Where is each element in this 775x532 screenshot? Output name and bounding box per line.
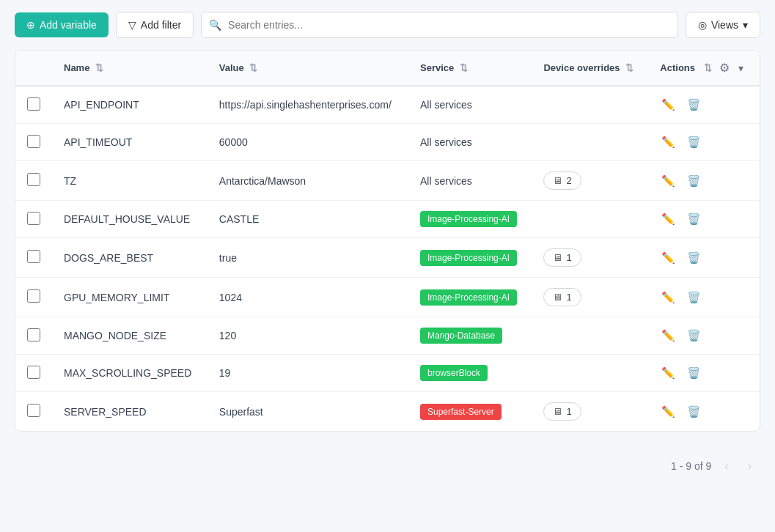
device-override-badge[interactable]: 🖥1 — [543, 288, 581, 306]
table-row: GPU_MEMORY_LIMIT1024Image-Processing-AI🖥… — [15, 278, 760, 317]
col-header-name[interactable]: Name ⇅ — [52, 51, 207, 86]
cell-actions: ✏️ 🗑️ — [648, 317, 760, 355]
cell-name: TZ — [52, 161, 207, 201]
delete-button[interactable]: 🗑️ — [686, 328, 702, 344]
row-checkbox[interactable] — [27, 289, 40, 303]
delete-button[interactable]: 🗑️ — [686, 134, 702, 150]
row-checkbox[interactable] — [27, 250, 40, 263]
cell-name: API_ENDPOINT — [52, 86, 207, 124]
cell-device-overrides: 🖥1 — [532, 278, 648, 317]
row-checkbox[interactable] — [27, 404, 40, 417]
table-header: Name ⇅ Value ⇅ Service ⇅ Device override… — [15, 51, 760, 86]
delete-button[interactable]: 🗑️ — [686, 404, 702, 420]
col-header-value[interactable]: Value ⇅ — [207, 51, 408, 86]
device-count: 1 — [566, 292, 571, 303]
search-icon: 🔍 — [209, 19, 221, 31]
table-body: API_ENDPOINThttps://api.singlehashenterp… — [15, 86, 760, 431]
device-override-badge[interactable]: 🖥1 — [543, 248, 581, 267]
cell-service: Mango-Database — [408, 317, 532, 355]
device-count: 2 — [566, 175, 571, 186]
search-input[interactable] — [201, 12, 678, 38]
add-filter-label: Add filter — [141, 19, 181, 31]
expand-button[interactable]: ▾ — [737, 61, 745, 75]
edit-button[interactable]: ✏️ — [660, 289, 677, 306]
delete-button[interactable]: 🗑️ — [686, 250, 702, 266]
table-row: DEFAULT_HOUSE_VALUECASTLEImage-Processin… — [15, 201, 760, 238]
cell-actions: ✏️ 🗑️ — [648, 238, 760, 278]
cell-service: browserBlock — [408, 355, 532, 392]
sort-icon-actions: ⇅ — [704, 62, 712, 73]
edit-button[interactable]: ✏️ — [660, 404, 677, 420]
pagination-prev-button[interactable]: ‹ — [719, 457, 734, 476]
edit-button[interactable]: ✏️ — [660, 328, 677, 344]
table-row: MAX_SCROLLING_SPEED19browserBlock ✏️ 🗑️ — [15, 355, 760, 392]
delete-button[interactable]: 🗑️ — [686, 211, 702, 227]
pagination-next-button[interactable]: › — [742, 457, 757, 476]
cell-device-overrides: 🖥1 — [532, 392, 648, 432]
col-header-actions[interactable]: Actions ⇅ ⚙ ▾ — [648, 51, 760, 86]
edit-button[interactable]: ✏️ — [660, 134, 677, 150]
sort-icon-device: ⇅ — [625, 62, 633, 73]
row-checkbox[interactable] — [27, 328, 40, 341]
device-icon: 🖥 — [553, 292, 562, 303]
table-row: SERVER_SPEEDSuperfastSuperfast-Server🖥1 … — [15, 392, 760, 432]
cell-actions: ✏️ 🗑️ — [648, 392, 760, 432]
add-filter-button[interactable]: ▽ Add filter — [116, 12, 194, 38]
cell-value: true — [207, 238, 408, 278]
cell-device-overrides — [532, 355, 648, 392]
add-variable-icon: ⊕ — [26, 19, 35, 31]
delete-button[interactable]: 🗑️ — [686, 173, 702, 189]
cell-value: CASTLE — [207, 201, 408, 238]
cell-name: GPU_MEMORY_LIMIT — [52, 278, 207, 317]
edit-button[interactable]: ✏️ — [660, 173, 677, 189]
cell-device-overrides — [532, 86, 648, 124]
cell-name: API_TIMEOUT — [52, 124, 207, 161]
cell-device-overrides — [532, 124, 648, 161]
cell-value: 1024 — [207, 278, 408, 317]
col-header-device-overrides[interactable]: Device overrides ⇅ — [532, 51, 648, 86]
delete-button[interactable]: 🗑️ — [686, 365, 702, 381]
cell-service: All services — [408, 124, 532, 161]
device-override-badge[interactable]: 🖥1 — [543, 402, 581, 421]
service-badge: Image-Processing-AI — [420, 211, 517, 227]
cell-value: 120 — [207, 317, 408, 355]
cell-value: 60000 — [207, 124, 408, 161]
row-checkbox[interactable] — [27, 135, 40, 148]
cell-actions: ✏️ 🗑️ — [648, 124, 760, 161]
search-wrapper: 🔍 — [201, 12, 678, 38]
row-checkbox[interactable] — [27, 173, 40, 186]
device-count: 1 — [566, 406, 571, 417]
device-icon: 🖥 — [553, 175, 562, 186]
edit-button[interactable]: ✏️ — [660, 250, 677, 266]
device-icon: 🖥 — [553, 252, 562, 263]
filter-icon: ▽ — [128, 19, 136, 31]
delete-button[interactable]: 🗑️ — [686, 97, 702, 113]
table-row: API_TIMEOUT60000All services ✏️ 🗑️ — [15, 124, 760, 161]
toolbar: ⊕ Add variable ▽ Add filter 🔍 ◎ Views ▾ — [0, 0, 775, 50]
row-checkbox[interactable] — [27, 97, 40, 111]
cell-actions: ✏️ 🗑️ — [648, 355, 760, 392]
cell-service: Superfast-Server — [408, 392, 532, 432]
main-table: Name ⇅ Value ⇅ Service ⇅ Device override… — [15, 51, 760, 431]
service-badge: Image-Processing-AI — [420, 289, 517, 306]
delete-button[interactable]: 🗑️ — [686, 289, 702, 306]
cell-name: DOGS_ARE_BEST — [52, 238, 207, 278]
gear-button[interactable]: ⚙ — [718, 59, 731, 76]
views-button[interactable]: ◎ Views ▾ — [686, 12, 760, 38]
row-checkbox[interactable] — [27, 366, 40, 379]
edit-button[interactable]: ✏️ — [660, 211, 677, 227]
table-row: TZAntarctica/MawsonAll services🖥2 ✏️ 🗑️ — [15, 161, 760, 201]
device-override-badge[interactable]: 🖥2 — [543, 171, 581, 190]
add-variable-button[interactable]: ⊕ Add variable — [15, 12, 109, 37]
sort-icon-service: ⇅ — [460, 62, 468, 73]
row-checkbox[interactable] — [27, 212, 40, 225]
cell-device-overrides — [532, 201, 648, 238]
cell-value: Superfast — [207, 392, 408, 432]
col-header-service[interactable]: Service ⇅ — [408, 51, 532, 86]
cell-device-overrides: 🖥1 — [532, 238, 648, 278]
device-count: 1 — [566, 252, 571, 263]
edit-button[interactable]: ✏️ — [660, 97, 677, 113]
edit-button[interactable]: ✏️ — [660, 365, 677, 381]
device-icon: 🖥 — [553, 406, 562, 417]
chevron-down-icon: ▾ — [743, 19, 748, 31]
